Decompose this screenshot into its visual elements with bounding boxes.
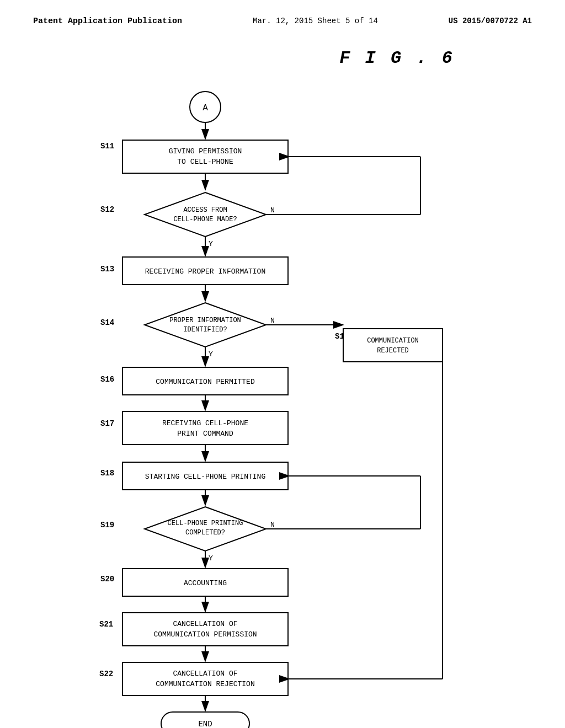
svg-text:CANCELLATION OF: CANCELLATION OF — [173, 670, 237, 678]
svg-text:COMMUNICATION: COMMUNICATION — [367, 337, 419, 345]
flowchart: A S11 GIVING PERMISSION TO CELL-PHONE S1… — [34, 79, 531, 728]
svg-marker-9 — [145, 192, 266, 237]
svg-text:S12: S12 — [100, 205, 114, 214]
svg-text:RECEIVING PROPER INFORMATION: RECEIVING PROPER INFORMATION — [145, 267, 265, 276]
svg-text:PROPER INFORMATION: PROPER INFORMATION — [169, 317, 241, 324]
svg-text:REJECTED: REJECTED — [377, 347, 409, 355]
svg-text:CELL-PHONE PRINTING: CELL-PHONE PRINTING — [168, 520, 243, 527]
svg-text:S11: S11 — [100, 142, 114, 151]
svg-text:Y: Y — [209, 554, 213, 563]
svg-text:S21: S21 — [99, 620, 113, 629]
svg-text:CANCELLATION OF: CANCELLATION OF — [173, 620, 237, 628]
svg-text:N: N — [270, 521, 275, 529]
flowchart-svg: A S11 GIVING PERMISSION TO CELL-PHONE S1… — [34, 79, 531, 728]
svg-text:IDENTIFIED?: IDENTIFIED? — [183, 326, 227, 334]
svg-text:S13: S13 — [100, 265, 114, 274]
header-patent-number: US 2015/0070722 A1 — [449, 17, 532, 25]
svg-text:ACCOUNTING: ACCOUNTING — [184, 579, 227, 587]
svg-text:ACCESS FROM: ACCESS FROM — [183, 206, 227, 214]
svg-text:S16: S16 — [100, 375, 114, 384]
svg-text:Y: Y — [209, 240, 213, 248]
svg-text:END: END — [198, 720, 212, 728]
svg-text:COMMUNICATION PERMITTED: COMMUNICATION PERMITTED — [156, 378, 255, 386]
svg-rect-29 — [343, 329, 443, 362]
header-date-sheet: Mar. 12, 2015 Sheet 5 of 14 — [253, 17, 378, 25]
header-publication: Patent Application Publication — [33, 17, 182, 26]
svg-text:N: N — [270, 317, 275, 325]
svg-text:S19: S19 — [100, 521, 114, 529]
svg-text:GIVING PERMISSION: GIVING PERMISSION — [169, 147, 242, 156]
svg-text:RECEIVING CELL-PHONE: RECEIVING CELL-PHONE — [162, 419, 248, 427]
svg-text:S14: S14 — [100, 318, 114, 327]
svg-text:N: N — [270, 206, 275, 215]
svg-rect-63 — [122, 613, 288, 646]
diagram-area: F I G . 6 A S11 GIVING PERMISSION TO CEL… — [0, 31, 565, 728]
svg-text:Y: Y — [209, 350, 213, 358]
svg-text:A: A — [202, 103, 208, 113]
svg-text:COMMUNICATION REJECTION: COMMUNICATION REJECTION — [156, 680, 254, 688]
svg-rect-40 — [122, 411, 288, 445]
page: Patent Application Publication Mar. 12, … — [0, 0, 565, 728]
figure-title: F I G . 6 — [339, 48, 455, 68]
svg-text:CELL-PHONE MADE?: CELL-PHONE MADE? — [173, 216, 237, 223]
svg-rect-4 — [122, 140, 288, 173]
svg-text:COMPLETED?: COMPLETED? — [185, 529, 225, 537]
svg-text:STARTING CELL-PHONE PRINTING: STARTING CELL-PHONE PRINTING — [145, 473, 265, 481]
svg-rect-68 — [122, 662, 288, 695]
svg-text:S18: S18 — [100, 469, 114, 478]
svg-marker-23 — [145, 303, 266, 347]
svg-text:S20: S20 — [100, 575, 114, 584]
svg-text:COMMUNICATION PERMISSION: COMMUNICATION PERMISSION — [153, 630, 257, 639]
svg-text:TO CELL-PHONE: TO CELL-PHONE — [177, 158, 233, 166]
header: Patent Application Publication Mar. 12, … — [0, 0, 565, 31]
svg-text:S17: S17 — [100, 419, 114, 428]
svg-text:S22: S22 — [99, 670, 113, 678]
svg-text:PRINT COMMAND: PRINT COMMAND — [177, 430, 233, 438]
